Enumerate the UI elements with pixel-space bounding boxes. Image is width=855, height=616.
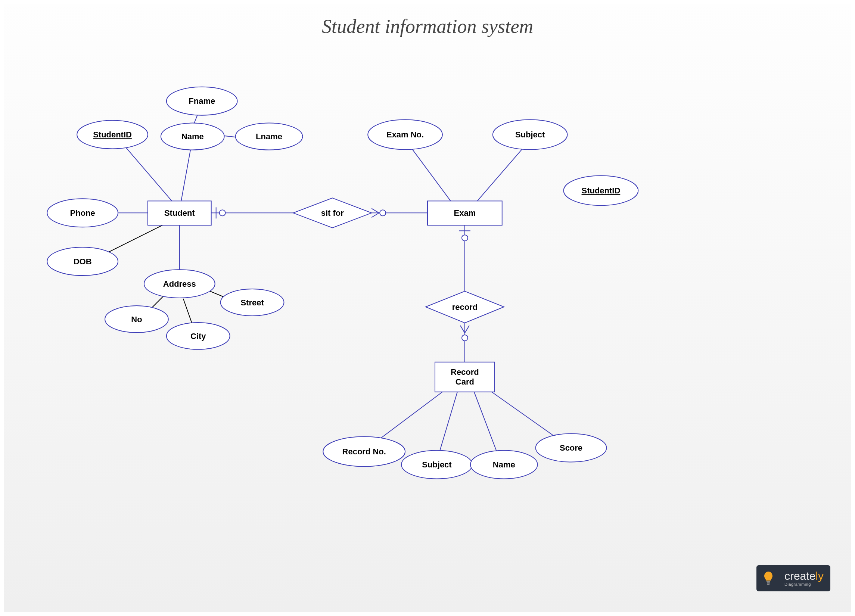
attr-subject-exam-label: Subject [515,130,545,139]
attr-name: Name [161,123,224,150]
logo-wordmark: creately Diagramming [785,570,824,587]
cf-student-circle [219,210,225,216]
attr-dob: DOB [47,247,118,276]
attr-phone: Phone [47,199,118,227]
attr-address: Address [144,270,215,298]
logo-separator [779,570,779,587]
logo-tagline: Diagramming [785,582,824,587]
attr-no-label: No [131,315,142,324]
attr-record-no-label: Record No. [342,447,386,456]
entity-student-label: Student [164,208,195,218]
entity-record-card: Record Card [435,362,495,392]
attr-fname-label: Fname [188,96,215,106]
attr-lname-label: Lname [256,132,282,141]
attr-rc-subject: Subject [401,451,472,479]
attr-record-no: Record No. [323,437,405,467]
attr-rc-name-label: Name [493,460,515,469]
rel-sit-for-label: sit for [321,208,344,218]
rel-record: record [426,291,504,323]
lightbulb-icon [763,571,774,586]
attr-city-label: City [190,331,206,341]
attr-no: No [105,306,169,333]
attr-name-label: Name [181,132,204,141]
attr-rc-score: Score [536,434,607,462]
attr-fname: Fname [167,87,238,115]
attr-dob-label: DOB [74,257,92,266]
logo-brand-right: ly [815,570,824,582]
attr-rc-name: Name [470,451,538,479]
svg-rect-24 [767,584,769,585]
attr-street: Street [221,289,284,316]
cf-exam-circle [462,235,468,241]
attr-rc-score-label: Score [560,443,582,452]
cf-record-circle [462,335,468,341]
entity-record-card-label-1: Record [450,367,479,377]
rel-record-label: record [452,302,478,312]
er-diagram-svg: Student Exam Record Card sit for record … [4,4,851,612]
attr-student-id-exam: StudentID [564,175,639,205]
cf-sitfor-circle [380,210,386,216]
logo-brand-left: create [785,570,815,582]
entity-record-card-label-2: Card [455,377,474,386]
attr-exam-no: Exam No. [368,120,443,150]
attr-subject-exam: Subject [493,120,567,150]
diagram-canvas: Student information system [4,4,851,612]
attr-address-label: Address [163,279,196,289]
attr-student-id: StudentID [77,121,148,149]
attr-city: City [167,323,230,349]
entity-student: Student [148,201,211,225]
entity-exam-label: Exam [454,208,476,218]
creately-logo: creately Diagramming [757,565,830,591]
attr-street-label: Street [241,298,264,307]
svg-rect-23 [767,582,770,584]
edge-exam-subject [476,142,528,203]
attr-exam-no-label: Exam No. [386,130,424,139]
attr-student-id-label: StudentID [93,130,132,139]
attr-rc-subject-label: Subject [422,460,452,469]
entity-exam: Exam [428,201,502,225]
edge-exam-examno [407,142,452,203]
attr-lname: Lname [236,123,303,150]
rel-sit-for: sit for [293,198,371,228]
svg-rect-22 [766,581,770,582]
attr-student-id-exam-label: StudentID [582,186,621,195]
attr-phone-label: Phone [70,208,95,218]
